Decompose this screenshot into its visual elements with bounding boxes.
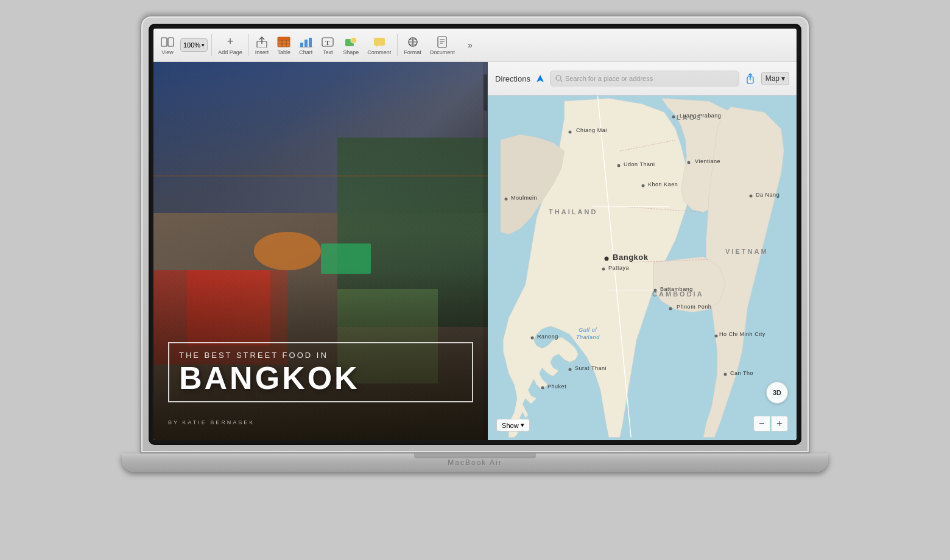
macbook-hinge xyxy=(414,453,536,458)
comment-icon xyxy=(373,35,386,49)
vientiane-dot xyxy=(688,161,691,164)
svg-rect-11 xyxy=(304,40,308,47)
show-label: Show xyxy=(502,422,519,429)
chart-button[interactable]: Chart xyxy=(295,34,316,57)
map-svg xyxy=(488,96,797,440)
directions-label: Directions xyxy=(495,74,530,83)
show-chevron: ▾ xyxy=(521,421,524,429)
zoom-chevron: ▾ xyxy=(202,42,205,48)
thailand-label: THAILAND xyxy=(549,208,597,215)
screen: View 100% ▾ + Add Page xyxy=(153,29,797,440)
svg-rect-0 xyxy=(161,38,167,46)
zoom-out-button[interactable]: − xyxy=(753,416,770,432)
comment-button[interactable]: Comment xyxy=(364,34,395,57)
ho-chi-minh-dot xyxy=(715,335,718,338)
zoom-controls: − + xyxy=(753,416,788,432)
svg-rect-10 xyxy=(300,43,303,47)
view-button[interactable]: View xyxy=(157,34,178,57)
pages-document-area: The Best Street Food In BANGKOK By Katie… xyxy=(153,62,488,440)
page-document: The Best Street Food In BANGKOK By Katie… xyxy=(153,62,488,440)
directions-button[interactable]: Directions xyxy=(495,74,530,83)
phnom-penh-dot xyxy=(669,307,672,310)
search-placeholder: Search for a place or address xyxy=(565,75,653,82)
phnom-penh-label: Phnom Penh xyxy=(677,304,711,310)
view-icon xyxy=(161,35,174,49)
more-button[interactable]: » xyxy=(460,37,480,53)
add-page-icon: + xyxy=(223,35,237,49)
bangkok-label: Bangkok xyxy=(613,253,648,262)
moulmein-dot xyxy=(505,198,508,201)
doc-subtitle: The Best Street Food In xyxy=(179,351,462,360)
map-type-chevron: ▾ xyxy=(781,74,785,83)
pattaya-dot xyxy=(602,268,605,271)
da-nang-label: Da Nang xyxy=(756,192,779,198)
divider-3 xyxy=(397,34,398,56)
maps-toolbar: Directions xyxy=(488,62,797,96)
document-button[interactable]: Document xyxy=(426,34,459,57)
add-page-label: Add Page xyxy=(218,49,242,55)
zoom-in-button[interactable]: + xyxy=(771,416,788,432)
svg-rect-1 xyxy=(168,38,174,46)
svg-point-28 xyxy=(556,75,561,80)
vientiane-label: Vientiane xyxy=(695,158,720,164)
divider-2 xyxy=(248,34,249,56)
svg-rect-9 xyxy=(278,37,290,40)
map-type-button[interactable]: Map ▾ xyxy=(761,72,789,85)
scroll-thumb[interactable] xyxy=(484,74,487,111)
pages-scrollbar[interactable] xyxy=(483,62,488,440)
surat-thani-dot xyxy=(569,368,572,371)
ranong-dot xyxy=(531,337,534,340)
zoom-button[interactable]: 100% ▾ xyxy=(180,38,208,52)
khon-kaen-label: Khon Kaen xyxy=(648,181,678,187)
battambang-dot xyxy=(654,289,657,292)
screen-bezel: View 100% ▾ + Add Page xyxy=(149,24,801,445)
svg-rect-12 xyxy=(309,38,312,47)
navigation-icon[interactable] xyxy=(535,74,545,83)
share-button[interactable] xyxy=(744,72,756,85)
more-icon: » xyxy=(463,38,477,52)
title-box: The Best Street Food In BANGKOK xyxy=(168,342,473,402)
maps-search-bar[interactable]: Search for a place or address xyxy=(550,71,739,86)
search-icon xyxy=(555,75,563,82)
format-icon xyxy=(406,35,420,49)
add-page-button[interactable]: + Add Page xyxy=(214,34,246,57)
chart-label: Chart xyxy=(299,49,312,55)
zoom-value: 100% xyxy=(183,41,200,49)
phuket-label: Phuket xyxy=(547,383,566,390)
show-button[interactable]: Show ▾ xyxy=(496,419,530,432)
macbook-lid: View 100% ▾ + Add Page xyxy=(140,15,810,453)
macbook-base: MacBook Air xyxy=(122,453,828,472)
divider-1 xyxy=(211,34,212,56)
macbook-shell: View 100% ▾ + Add Page xyxy=(110,15,840,545)
format-button[interactable]: Format xyxy=(400,34,425,57)
can-tho-dot xyxy=(724,373,727,376)
text-label: Text xyxy=(323,49,333,55)
comment-label: Comment xyxy=(367,49,391,55)
shape-icon xyxy=(344,35,357,49)
insert-button[interactable]: Insert xyxy=(252,34,273,57)
udon-thani-label: Udon Thani xyxy=(624,161,655,167)
table-button[interactable]: Table xyxy=(273,34,294,57)
chiang-mai-label: Chiang Mai xyxy=(576,127,607,133)
vietnam-label: VIETNAM xyxy=(725,248,769,255)
text-icon: T xyxy=(321,35,334,49)
da-nang-dot xyxy=(750,195,753,198)
chiang-mai-dot xyxy=(569,131,572,134)
pages-toolbar: View 100% ▾ + Add Page xyxy=(153,29,797,62)
document-overlay: The Best Street Food In BANGKOK By Katie… xyxy=(153,62,488,440)
can-tho-label: Can Tho xyxy=(730,370,753,376)
map-container[interactable]: LAOS THAILAND VIETNAM CAMBODIA Bangkok xyxy=(488,96,797,440)
pattaya-label: Pattaya xyxy=(608,265,629,271)
surat-thani-label: Surat Thani xyxy=(575,365,607,371)
svg-marker-19 xyxy=(376,46,378,47)
svg-marker-27 xyxy=(537,75,544,82)
table-icon xyxy=(277,35,290,49)
battambang-label: Battambang xyxy=(660,286,693,292)
ho-chi-minh-label: Ho Chi Minh City xyxy=(719,331,765,337)
chart-icon xyxy=(299,35,312,49)
shape-button[interactable]: Shape xyxy=(339,34,362,57)
document-icon xyxy=(435,35,449,49)
svg-rect-18 xyxy=(374,38,385,46)
compass-button[interactable]: 3D xyxy=(766,382,788,404)
text-button[interactable]: T Text xyxy=(317,34,338,57)
